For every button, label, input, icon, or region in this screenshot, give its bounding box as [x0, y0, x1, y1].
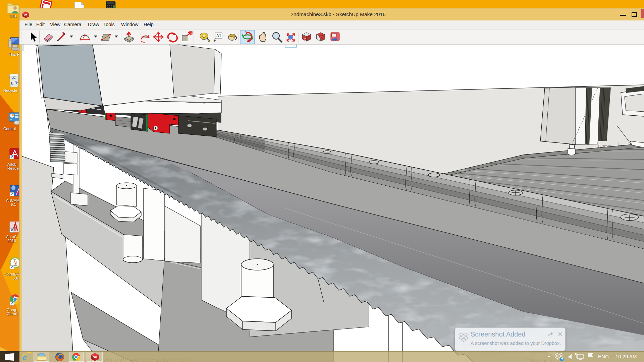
svg-text:5.0mm: 5.0mm — [598, 144, 611, 149]
svg-text:ENG: ENG — [598, 354, 609, 359]
svg-text:10:29 AM: 10:29 AM — [615, 354, 637, 359]
